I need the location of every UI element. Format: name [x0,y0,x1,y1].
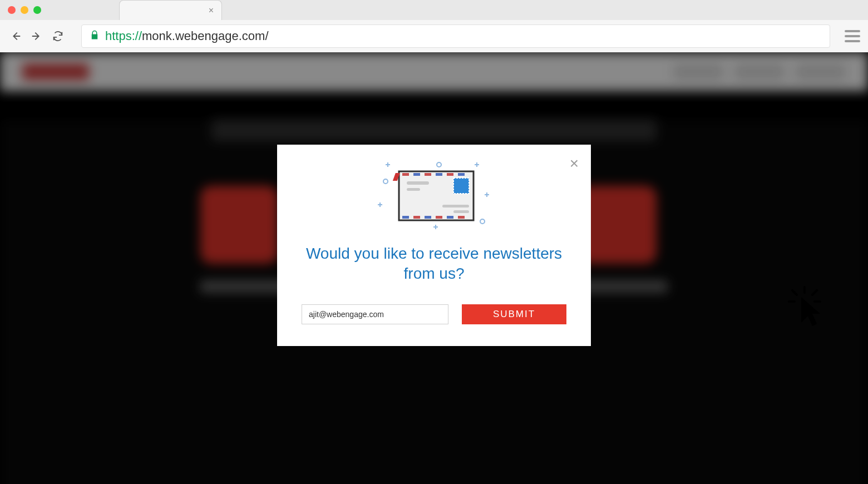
envelope-illustration-icon [376,159,492,231]
svg-rect-29 [458,216,465,219]
svg-rect-31 [407,181,429,185]
window-close-button[interactable] [8,6,16,14]
reload-button[interactable] [50,28,66,44]
svg-line-37 [812,290,817,295]
svg-rect-33 [442,205,469,208]
address-bar[interactable]: https://monk.webengage.com/ [81,24,830,48]
lock-icon [90,30,100,42]
menu-button[interactable] [845,30,860,42]
browser-chrome: × https://monk.webengage.com/ [0,0,868,52]
svg-rect-34 [453,210,469,213]
page-content: × [0,52,868,484]
svg-rect-21 [436,173,442,176]
svg-rect-27 [436,216,442,219]
svg-rect-23 [458,173,465,176]
svg-rect-30 [453,178,469,194]
email-input[interactable] [302,304,448,324]
svg-rect-20 [425,173,431,176]
arrow-right-icon [31,30,43,42]
browser-toolbar: https://monk.webengage.com/ [0,20,868,52]
svg-rect-25 [413,216,420,219]
forward-button[interactable] [29,28,45,44]
back-button[interactable] [8,28,23,44]
window-minimize-button[interactable] [21,6,28,14]
browser-tab[interactable]: × [119,0,222,20]
svg-line-35 [792,290,797,295]
svg-rect-24 [402,216,409,219]
cursor-click-illustration-icon [788,286,821,330]
hamburger-icon [845,30,860,32]
tab-close-icon[interactable]: × [209,6,214,16]
modal-title: Would you like to receive newsletters fr… [302,244,566,284]
window-traffic-lights [8,6,41,14]
modal-overlay: × [0,52,868,484]
svg-rect-18 [402,173,409,176]
svg-point-9 [383,179,388,184]
tab-bar: × [0,0,868,20]
modal-close-button[interactable]: × [570,156,579,171]
submit-button[interactable]: SUBMIT [462,304,566,324]
window-maximize-button[interactable] [33,6,41,14]
newsletter-modal: × [277,145,591,346]
svg-rect-26 [425,216,431,219]
reload-icon [52,30,64,42]
svg-point-10 [480,219,485,224]
arrow-left-icon [9,30,22,42]
svg-rect-19 [413,173,420,176]
svg-rect-28 [447,216,453,219]
url-text: https://monk.webengage.com/ [105,29,269,43]
newsletter-form: SUBMIT [302,304,566,324]
svg-point-0 [437,162,441,167]
svg-rect-22 [447,173,453,176]
svg-rect-32 [407,188,420,191]
